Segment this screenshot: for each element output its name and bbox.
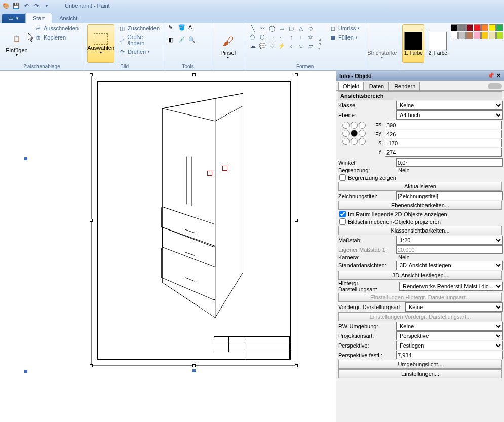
group-tools: ✎ 🪣 A ◧ 💉 🔍 Tools [165,23,211,70]
chevron-down-icon: ▼ [380,56,384,59]
magnifier-icon[interactable]: 🔍 [188,36,198,48]
panel-toggle[interactable] [488,83,502,89]
picker-icon[interactable]: 💉 [178,36,187,48]
vordergr-select[interactable]: Keine [405,302,503,312]
stroke-width-button[interactable]: Strichstärke ▼ [368,24,396,68]
outline-icon: ◻ [329,25,336,32]
pencil-icon[interactable]: ✎ [168,24,177,35]
color-palette[interactable] [451,24,504,63]
color-swatch[interactable] [466,24,473,31]
selection-handle[interactable] [192,369,196,372]
gallery-up-icon[interactable]: ▲ [318,37,322,42]
rotate-button[interactable]: ⟳Drehen▾ [117,48,162,56]
color-swatch[interactable] [481,32,488,39]
pin-icon[interactable]: 📌 [487,72,494,79]
resize-icon: ⤢ [119,36,125,44]
umgebungslicht-button[interactable]: Umgebungslicht... [338,360,502,369]
fill-button[interactable]: ◼Füllen▾ [327,33,362,42]
window-title: Unbenannt - Paint [65,3,110,9]
ribbon: 📋 Einfügen ▼ ✂Ausschneiden ⧉Kopieren Zwi… [0,23,504,71]
tab-rendern[interactable]: Rendern [390,82,420,90]
eigener-massstab-input [396,245,503,254]
group-label-image: Bild [87,63,162,70]
color-swatch[interactable] [489,32,496,39]
shape-gallery[interactable]: ╲〰◯▭▢△◇ ⬠⬡→←↑↓☆ ☁💬♡⚡⬨⬭▱ [248,24,315,63]
save-icon[interactable]: 💾 [12,2,20,10]
winkel-input[interactable] [396,158,503,167]
fill-icon: ◼ [329,34,336,41]
klasse-select[interactable]: Keine [396,101,503,110]
gallery-down-icon[interactable]: ▼ [318,42,322,46]
select-rect-icon [94,33,108,45]
color1-button[interactable]: 1. Farbe [402,24,424,63]
stdansicht-select[interactable]: 3D-Ansicht festlegen [396,261,503,270]
tab-daten[interactable]: Daten [365,82,389,90]
qat-dropdown-icon[interactable]: ▼ [43,2,51,10]
chevron-down-icon: ▼ [99,51,103,54]
paste-button[interactable]: 📋 Einfügen ▼ [3,24,30,63]
close-icon[interactable]: ✕ [496,72,501,79]
gallery-more-icon[interactable]: ▾ [318,46,322,51]
dy-input[interactable] [385,130,502,138]
klassensicht-button[interactable]: Klassensichtbarkeiten... [338,226,502,235]
color-swatch[interactable] [458,24,466,31]
file-icon: ▭ [8,15,13,22]
brush-button[interactable]: 🖌 Pinsel ▼ [214,24,242,68]
window-titlebar: 🎨 💾 ↶ ↷ ▼ Unbenannt - Paint [0,0,504,11]
einstellungen-button[interactable]: Einstellungen... [338,369,502,378]
color-swatch[interactable] [481,24,488,31]
group-label-clipboard: Zwischenablage [3,63,81,70]
tab-view[interactable]: Ansicht [52,13,85,23]
outline-button[interactable]: ◻Umriss▾ [327,24,362,32]
color-swatch[interactable] [496,24,503,31]
eraser-icon[interactable]: ◧ [168,36,177,48]
bucket-icon[interactable]: 🪣 [178,24,187,35]
perspf-input[interactable] [396,351,503,359]
canvas-area[interactable] [0,71,336,422]
clipboard-icon: 📋 [9,31,25,47]
rw-select[interactable]: Keine [396,322,503,331]
color-swatch[interactable] [458,32,466,39]
color-swatch[interactable] [474,24,481,31]
persp-select[interactable]: Festlegen [396,341,503,350]
color-swatch[interactable] [496,32,503,39]
crop-button[interactable]: ◫Zuschneiden [117,24,162,32]
crop-icon: ◫ [119,25,126,32]
anchor-diagram[interactable] [342,122,368,145]
ebenensicht-button[interactable]: Ebenensichtbarkeiten... [338,201,502,210]
color-swatch[interactable] [466,32,473,39]
ebene-select[interactable]: A4 hoch [396,110,503,120]
hintergr-select[interactable]: Renderworks Renderstil-Malstil dic... [399,282,503,291]
cut-button[interactable]: ✂Ausschneiden [32,24,81,32]
x-input[interactable] [385,139,502,147]
bildschirm-checkbox[interactable] [339,218,346,225]
color-swatch[interactable] [451,24,458,31]
color2-swatch [429,32,447,50]
group-brushes: 🖌 Pinsel ▼ [211,23,245,70]
zeichentitel-input[interactable] [396,191,503,200]
file-menu-button[interactable]: ▭▼ [2,14,25,23]
dx-input[interactable] [385,121,502,129]
aktualisieren-button[interactable]: Aktualisieren [338,182,502,191]
color-swatch[interactable] [474,32,481,39]
massstab-select[interactable]: 1:20 [396,236,503,245]
selection-handle[interactable] [24,157,27,160]
redo-icon[interactable]: ↷ [32,2,41,10]
begrenzung-zeigen-checkbox[interactable] [339,174,346,181]
resize-button[interactable]: ⤢Größe ändern [117,33,162,47]
tab-start[interactable]: Start [25,13,52,23]
text-icon[interactable]: A [188,24,198,35]
raum2d-checkbox[interactable] [339,211,346,217]
d3-button[interactable]: 3D-Ansicht festlegen... [338,271,502,280]
color-swatch[interactable] [451,32,458,39]
section-header: Ansichtsbereich [338,91,502,100]
copy-button[interactable]: ⧉Kopieren [32,33,81,42]
color-swatch[interactable] [489,24,496,31]
select-button[interactable]: Auswählen ▼ [87,24,114,63]
selection-handle[interactable] [24,370,27,373]
proj-select[interactable]: Perspektive [396,331,503,340]
y-input[interactable] [385,148,502,157]
color2-button[interactable]: 2. Farbe [427,24,449,63]
tab-objekt[interactable]: Objekt [338,82,364,90]
undo-icon[interactable]: ↶ [22,2,30,10]
